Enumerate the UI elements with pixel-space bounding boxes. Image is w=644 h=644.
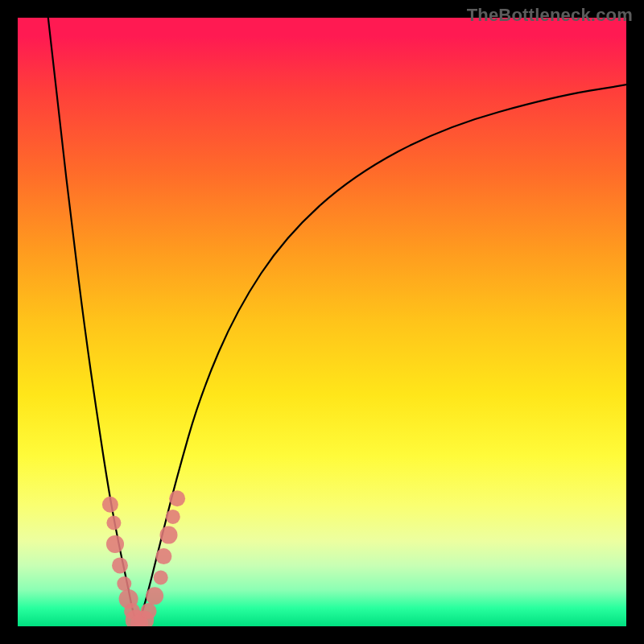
- sample-point: [102, 497, 118, 513]
- watermark-text: TheBottleneck.com: [467, 5, 633, 26]
- chart-svg: [18, 18, 626, 626]
- sample-point: [146, 587, 163, 605]
- sample-point: [154, 571, 168, 585]
- sample-point: [106, 535, 124, 553]
- plot-area: [18, 18, 626, 626]
- sample-point: [117, 576, 131, 591]
- sample-points-group: [102, 490, 185, 626]
- sample-point: [155, 548, 171, 564]
- curve-left-branch: [48, 18, 138, 626]
- sample-point: [160, 526, 178, 544]
- sample-point: [166, 510, 180, 524]
- sample-point: [169, 490, 185, 506]
- sample-point: [106, 516, 121, 530]
- sample-point: [141, 603, 157, 619]
- curve-right-branch: [138, 85, 626, 626]
- chart-frame: TheBottleneck.com: [0, 0, 644, 644]
- sample-point: [112, 557, 128, 573]
